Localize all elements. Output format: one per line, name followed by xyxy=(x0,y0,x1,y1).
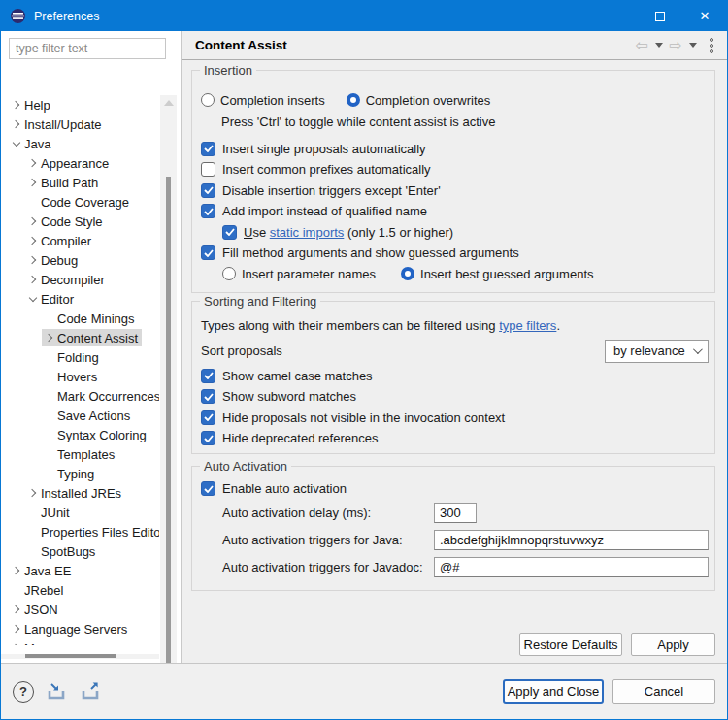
static-imports-link[interactable]: static imports xyxy=(270,225,345,240)
tree-item-label: Language Servers xyxy=(24,622,127,637)
camel-case-checkbox[interactable] xyxy=(201,369,215,383)
tree-item-appearance[interactable]: Appearance xyxy=(1,153,159,173)
tree-item-content-assist[interactable]: Content Assist xyxy=(1,328,159,347)
tree-collapsed-chevron-icon[interactable] xyxy=(25,257,41,263)
subword-checkbox[interactable] xyxy=(201,389,215,404)
tree-item-json[interactable]: JSON xyxy=(1,600,159,619)
insert-best-guessed-radio[interactable] xyxy=(401,267,414,280)
fill-arguments-checkbox[interactable] xyxy=(201,245,215,260)
cancel-button[interactable]: Cancel xyxy=(612,679,715,704)
tree-item-spotbugs[interactable]: SpotBugs xyxy=(1,541,159,561)
tree-item-code-coverage[interactable]: Code Coverage xyxy=(1,192,159,212)
view-menu-icon[interactable] xyxy=(710,38,713,53)
completion-inserts-radio[interactable] xyxy=(201,93,215,107)
tree-item-editor[interactable]: Editor xyxy=(1,289,159,309)
tree-collapsed-chevron-icon[interactable] xyxy=(25,218,41,224)
tree-item-code-minings[interactable]: Code Minings xyxy=(1,309,159,328)
tree-item-syntax-coloring[interactable]: Syntax Coloring xyxy=(1,425,159,444)
delay-input[interactable] xyxy=(434,503,477,523)
javadoc-triggers-input[interactable] xyxy=(434,557,709,577)
help-icon[interactable]: ? xyxy=(13,681,34,703)
insert-single-label: Insert single proposals automatically xyxy=(222,142,426,156)
type-filters-link[interactable]: type filters xyxy=(499,318,556,333)
tree-item-jrebel[interactable]: JRebel xyxy=(1,580,159,600)
tree-item-debug[interactable]: Debug xyxy=(1,250,159,270)
tree-item-code-style[interactable]: Code Style xyxy=(1,212,159,231)
tree-item-java-ee[interactable]: Java EE xyxy=(1,561,159,580)
java-triggers-row: Auto activation triggers for Java: xyxy=(219,527,709,554)
tree-collapsed-chevron-icon[interactable] xyxy=(42,335,57,341)
use-static-imports-checkbox[interactable] xyxy=(222,225,237,240)
tree-collapsed-chevron-icon[interactable] xyxy=(9,102,24,108)
tree-item-label: Folding xyxy=(57,350,99,365)
tree-collapsed-chevron-icon[interactable] xyxy=(25,160,41,166)
forward-icon[interactable]: ⇨ xyxy=(670,38,682,53)
hide-invisible-checkbox[interactable] xyxy=(201,410,215,425)
tree-vertical-scrollbar[interactable] xyxy=(160,95,177,663)
back-icon[interactable]: ⇦ xyxy=(635,38,647,53)
completion-overwrites-radio[interactable] xyxy=(347,93,360,107)
tree-expanded-chevron-icon[interactable] xyxy=(25,298,41,301)
java-triggers-input[interactable] xyxy=(434,530,709,550)
tree-item-templates[interactable]: Templates xyxy=(1,444,159,464)
apply-and-close-button[interactable]: Apply and Close xyxy=(503,679,604,704)
scroll-up-icon[interactable] xyxy=(164,100,174,106)
page-header: Content Assist ⇦ ⇨ xyxy=(182,31,727,60)
disable-triggers-checkbox[interactable] xyxy=(201,183,215,198)
tree-collapsed-chevron-icon[interactable] xyxy=(9,606,24,612)
minimize-icon xyxy=(611,16,621,17)
disable-triggers-label: Disable insertion triggers except 'Enter… xyxy=(222,183,441,198)
tree-item-help[interactable]: Help xyxy=(1,95,159,115)
tree-item-folding[interactable]: Folding xyxy=(1,347,159,367)
apply-button[interactable]: Apply xyxy=(631,633,715,656)
auto-activation-group-title: Auto Activation xyxy=(200,459,291,474)
tree-expanded-chevron-icon[interactable] xyxy=(9,143,24,146)
vertical-scroll-thumb[interactable] xyxy=(166,177,171,663)
tree-item-label: SpotBugs xyxy=(41,544,95,559)
forward-history-chevron-icon[interactable] xyxy=(689,43,697,48)
tree-horizontal-scrollbar[interactable] xyxy=(1,654,159,659)
insert-common-checkbox[interactable] xyxy=(201,162,215,177)
tree-collapsed-chevron-icon[interactable] xyxy=(9,121,24,127)
insert-parameter-names-radio[interactable] xyxy=(222,267,236,280)
insert-single-checkbox[interactable] xyxy=(201,142,215,156)
hide-deprecated-checkbox[interactable] xyxy=(201,431,215,445)
tree-collapsed-chevron-icon[interactable] xyxy=(25,277,41,282)
tree-item-hovers[interactable]: Hovers xyxy=(1,367,159,386)
sort-proposals-row: Sort proposals by relevance xyxy=(198,337,709,366)
tree-collapsed-chevron-icon[interactable] xyxy=(25,238,41,244)
tree-item-maven[interactable]: Maven xyxy=(1,638,159,645)
tree-item-build-path[interactable]: Build Path xyxy=(1,173,159,192)
export-preferences-icon[interactable] xyxy=(79,682,104,702)
maximize-button[interactable] xyxy=(638,1,682,31)
tree-item-save-actions[interactable]: Save Actions xyxy=(1,406,159,425)
tree-collapsed-chevron-icon[interactable] xyxy=(9,568,24,573)
tree-item-properties-files-editor[interactable]: Properties Files Editor xyxy=(1,522,159,541)
add-import-checkbox[interactable] xyxy=(201,204,215,218)
tree-collapsed-chevron-icon[interactable] xyxy=(25,180,41,185)
tree-item-mark-occurrences[interactable]: Mark Occurrences xyxy=(1,386,159,406)
sort-proposals-select[interactable]: by relevance xyxy=(605,340,709,363)
tree-item-java[interactable]: Java xyxy=(1,134,159,153)
back-history-chevron-icon[interactable] xyxy=(655,43,663,48)
minimize-button[interactable] xyxy=(593,1,638,31)
tree-item-label: Code Minings xyxy=(57,311,135,326)
static-imports-suffix: (only 1.5 or higher) xyxy=(347,225,453,240)
tree-collapsed-chevron-icon[interactable] xyxy=(25,490,41,496)
restore-defaults-button[interactable]: Restore Defaults xyxy=(519,633,622,656)
enable-auto-checkbox[interactable] xyxy=(201,481,215,496)
tree-collapsed-chevron-icon[interactable] xyxy=(9,626,24,632)
tree-item-decompiler[interactable]: Decompiler xyxy=(1,270,159,289)
tree-item-installed-jres[interactable]: Installed JREs xyxy=(1,483,159,503)
close-button[interactable]: ✕ xyxy=(682,1,727,31)
type-filters-period: . xyxy=(556,318,560,333)
titlebar[interactable]: Preferences ✕ xyxy=(1,1,727,31)
tree-item-typing[interactable]: Typing xyxy=(1,464,159,483)
tree-item-compiler[interactable]: Compiler xyxy=(1,231,159,250)
import-preferences-icon[interactable] xyxy=(45,682,70,702)
tree-item-language-servers[interactable]: Language Servers xyxy=(1,619,159,638)
filter-input[interactable] xyxy=(9,38,166,59)
tree-item-install-update[interactable]: Install/Update xyxy=(1,115,159,134)
tree-item-junit[interactable]: JUnit xyxy=(1,503,159,522)
horizontal-scroll-thumb[interactable] xyxy=(25,654,116,658)
